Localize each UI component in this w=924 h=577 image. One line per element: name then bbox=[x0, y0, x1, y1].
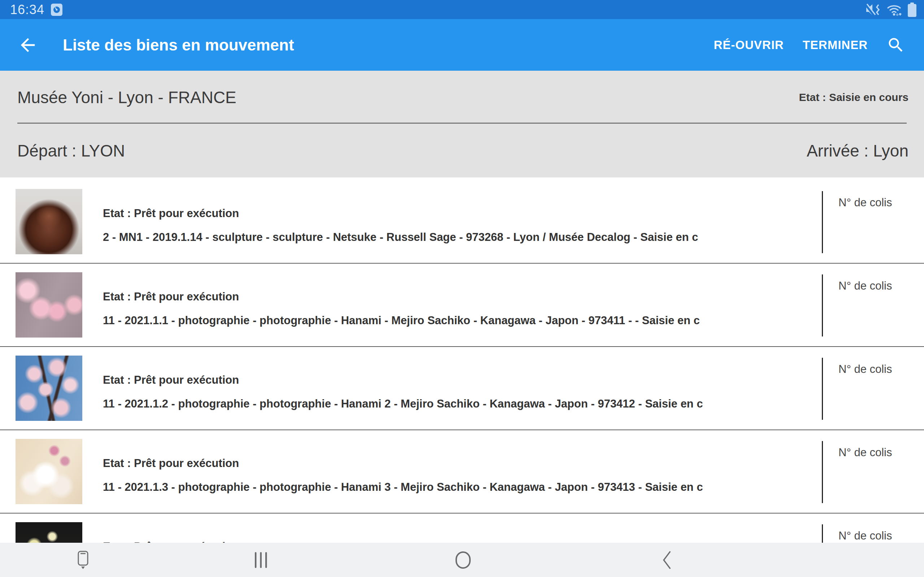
item-thumbnail bbox=[16, 272, 82, 338]
colis-label: N° de colis bbox=[838, 279, 892, 292]
item-status: Etat : Prêt pour exécution bbox=[103, 290, 239, 303]
item-thumbnail bbox=[16, 522, 82, 543]
items-list: Etat : Prêt pour exécution 2 - MN1 - 201… bbox=[0, 177, 924, 543]
back-button[interactable] bbox=[17, 35, 38, 56]
item-status: Etat : Prêt pour exécution bbox=[103, 540, 239, 543]
back-icon bbox=[662, 550, 672, 570]
museum-title: Musée Yoni - Lyon - FRANCE bbox=[17, 88, 236, 107]
colis-divider bbox=[822, 274, 823, 337]
movement-header: Musée Yoni - Lyon - FRANCE Etat : Saisie… bbox=[0, 71, 924, 177]
list-item[interactable]: Etat : Prêt pour exécution 11 - 2021.1.1… bbox=[0, 264, 924, 347]
home-button[interactable] bbox=[441, 543, 485, 577]
item-description: 11 - 2021.1.1 - photographie - photograp… bbox=[103, 314, 700, 327]
list-item[interactable]: Etat : Prêt pour exécution 2 - MN1 - 201… bbox=[0, 180, 924, 264]
search-icon bbox=[887, 36, 905, 55]
list-item[interactable]: Etat : Prêt pour exécution 11 - 2021.1.3… bbox=[0, 430, 924, 514]
item-thumbnail bbox=[16, 356, 82, 421]
screenshot-icon bbox=[50, 3, 63, 17]
colis-divider bbox=[822, 524, 823, 543]
app-bar: Liste des biens en mouvement RÉ-OUVRIR T… bbox=[0, 19, 924, 71]
item-description: 2 - MN1 - 2019.1.14 - sculpture - sculpt… bbox=[103, 231, 698, 244]
screen: 16:34 bbox=[0, 0, 924, 577]
colis-label: N° de colis bbox=[838, 196, 892, 209]
movement-header-row2: Départ : LYON Arrivée : Lyon bbox=[0, 124, 924, 177]
item-thumbnail bbox=[16, 189, 82, 254]
colis-divider bbox=[822, 191, 823, 253]
back-arrow-icon bbox=[17, 35, 38, 56]
movement-header-row1: Musée Yoni - Lyon - FRANCE Etat : Saisie… bbox=[0, 71, 924, 124]
colis-label: N° de colis bbox=[838, 529, 892, 542]
status-time: 16:34 bbox=[10, 2, 44, 17]
colis-label: N° de colis bbox=[838, 363, 892, 376]
departure-label: Départ : LYON bbox=[17, 141, 125, 161]
list-item[interactable]: Etat : Prêt pour exécution N° de colis bbox=[0, 514, 924, 543]
colis-divider bbox=[822, 358, 823, 420]
arrival-label: Arrivée : Lyon bbox=[807, 141, 908, 161]
item-description: 11 - 2021.1.3 - photographie - photograp… bbox=[103, 481, 703, 494]
movement-status: Etat : Saisie en cours bbox=[799, 91, 908, 103]
search-button[interactable] bbox=[887, 36, 905, 55]
reopen-button[interactable]: RÉ-OUVRIR bbox=[714, 38, 783, 52]
navigation-bar bbox=[0, 543, 924, 577]
item-status: Etat : Prêt pour exécution bbox=[103, 457, 239, 470]
recents-button[interactable] bbox=[239, 543, 283, 577]
recents-icon bbox=[254, 551, 268, 569]
finish-button[interactable]: TERMINER bbox=[803, 38, 868, 52]
mute-vibrate-icon bbox=[865, 3, 881, 17]
page-title: Liste des biens en mouvement bbox=[63, 36, 714, 54]
colis-divider bbox=[822, 441, 823, 503]
app-bar-actions: RÉ-OUVRIR TERMINER bbox=[714, 36, 905, 55]
header-divider bbox=[17, 122, 907, 124]
item-thumbnail bbox=[16, 439, 82, 504]
status-bar: 16:34 bbox=[0, 0, 924, 19]
battery-icon bbox=[908, 2, 917, 17]
colis-label: N° de colis bbox=[838, 446, 892, 459]
screen-capture-icon bbox=[74, 550, 92, 570]
item-description: 11 - 2021.1.2 - photographie - photograp… bbox=[103, 397, 703, 410]
item-status: Etat : Prêt pour exécution bbox=[103, 374, 239, 387]
item-status: Etat : Prêt pour exécution bbox=[103, 207, 239, 220]
back-nav-button[interactable] bbox=[645, 543, 689, 577]
wifi-icon bbox=[886, 3, 902, 17]
home-icon bbox=[455, 551, 471, 569]
list-item[interactable]: Etat : Prêt pour exécution 11 - 2021.1.2… bbox=[0, 347, 924, 430]
screen-capture-button[interactable] bbox=[61, 543, 105, 577]
